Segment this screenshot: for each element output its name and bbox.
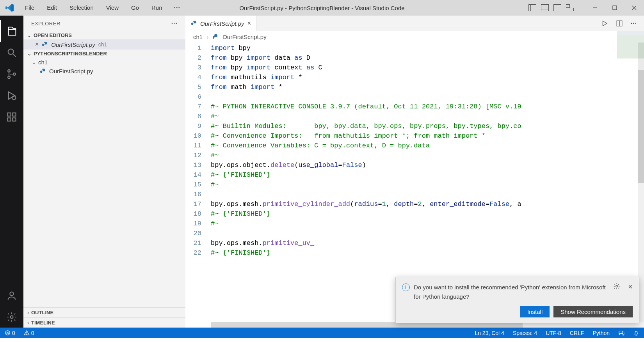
python-file-icon xyxy=(42,41,48,48)
file-name: OurFirstScript.py xyxy=(49,68,93,74)
svg-rect-14 xyxy=(12,113,16,116)
tab-close-icon[interactable]: × xyxy=(247,20,251,27)
python-file-icon xyxy=(212,34,219,40)
layout-left-icon[interactable] xyxy=(528,4,536,11)
svg-point-17 xyxy=(44,42,45,43)
warning-icon xyxy=(24,330,30,336)
outline-label: OUTLINE xyxy=(31,310,53,315)
activity-accounts[interactable] xyxy=(0,285,23,306)
menu-file[interactable]: File xyxy=(20,3,40,13)
explorer-sidebar: EXPLORER ··· ⌄ OPEN EDITORS × OurFirstSc… xyxy=(23,16,185,328)
status-eol[interactable]: CRLF xyxy=(568,330,586,336)
status-bell-icon[interactable] xyxy=(632,330,641,336)
open-editors-section[interactable]: ⌄ OPEN EDITORS xyxy=(23,31,185,39)
menu-edit[interactable]: Edit xyxy=(41,3,62,13)
status-warnings[interactable]: 0 xyxy=(22,330,36,336)
workspace-section[interactable]: ⌄ PYTHONSCRIPTINGBLENDER xyxy=(23,50,185,58)
timeline-label: TIMELINE xyxy=(31,320,55,326)
activity-bar xyxy=(0,16,23,328)
activity-extensions[interactable] xyxy=(0,106,23,128)
layout-right-icon[interactable] xyxy=(553,4,561,11)
status-spaces[interactable]: Spaces: 4 xyxy=(511,330,539,336)
menu-run[interactable]: Run xyxy=(146,3,168,13)
activity-explorer[interactable] xyxy=(0,20,23,42)
svg-rect-12 xyxy=(8,118,11,121)
breadcrumb-file[interactable]: OurFirstScript.py xyxy=(222,34,267,40)
activity-search[interactable] xyxy=(0,42,23,63)
layout-customize-icon[interactable] xyxy=(566,4,574,11)
menu-selection[interactable]: Selection xyxy=(64,3,99,13)
python-file-icon xyxy=(40,68,46,74)
svg-rect-11 xyxy=(8,113,11,116)
gear-icon[interactable] xyxy=(613,283,620,290)
svg-point-22 xyxy=(214,35,215,35)
svg-rect-13 xyxy=(12,118,16,121)
window-title: OurFirstScript.py - PythonScriptingBlend… xyxy=(239,5,404,11)
chevron-down-icon: ⌄ xyxy=(32,60,36,65)
open-editor-filename: OurFirstScript.py xyxy=(51,41,95,48)
layout-bottom-icon[interactable] xyxy=(541,4,549,11)
menu-go[interactable]: Go xyxy=(126,3,144,13)
minimap[interactable] xyxy=(617,31,644,70)
status-errors[interactable]: 0 xyxy=(3,330,17,336)
status-encoding[interactable]: UTF-8 xyxy=(544,330,563,336)
tab-filename: OurFirstScript.py xyxy=(200,20,244,27)
editor-tab[interactable]: OurFirstScript.py × xyxy=(185,16,257,31)
line-gutter: 12345678910111213141516171819202122 xyxy=(185,43,211,328)
svg-point-15 xyxy=(10,292,13,295)
info-icon: i xyxy=(402,284,410,291)
chevron-right-icon: › xyxy=(27,320,29,326)
svg-point-10 xyxy=(12,96,16,99)
folder-name: ch1 xyxy=(38,59,48,66)
close-button[interactable] xyxy=(624,0,644,16)
open-editor-item[interactable]: × OurFirstScript.py ch1 xyxy=(23,39,185,50)
run-file-icon[interactable] xyxy=(601,20,608,27)
svg-point-16 xyxy=(11,315,13,318)
status-language[interactable]: Python xyxy=(591,330,611,336)
minimize-button[interactable] xyxy=(585,0,605,16)
folder-ch1[interactable]: ⌄ ch1 xyxy=(23,58,185,67)
svg-point-8 xyxy=(8,76,10,78)
timeline-section[interactable]: › TIMELINE xyxy=(23,317,185,328)
outline-section[interactable]: › OUTLINE xyxy=(23,307,185,317)
explorer-more-icon[interactable]: ··· xyxy=(171,20,178,27)
title-controls xyxy=(528,0,644,16)
show-recommendations-button[interactable]: Show Recommendations xyxy=(553,306,633,317)
svg-point-23 xyxy=(616,285,618,287)
tabs-row: OurFirstScript.py × ··· xyxy=(185,16,644,31)
notification-toast: i Do you want to install the recommended… xyxy=(395,277,639,323)
menu-view[interactable]: View xyxy=(101,3,124,13)
maximize-button[interactable] xyxy=(605,0,624,16)
install-button[interactable]: Install xyxy=(520,306,550,317)
activity-settings[interactable] xyxy=(0,306,23,328)
svg-point-19 xyxy=(193,21,194,22)
svg-point-5 xyxy=(8,49,14,54)
editor-more-icon[interactable]: ··· xyxy=(631,20,637,27)
close-icon[interactable]: × xyxy=(628,283,633,291)
svg-point-7 xyxy=(8,69,10,72)
explorer-title: EXPLORER xyxy=(31,21,60,27)
breadcrumb-folder[interactable]: ch1 xyxy=(193,34,203,40)
svg-rect-4 xyxy=(9,29,16,35)
status-feedback-icon[interactable] xyxy=(617,330,626,336)
svg-point-9 xyxy=(13,73,16,75)
menu-overflow[interactable]: ··· xyxy=(169,3,185,13)
status-ln-col[interactable]: Ln 23, Col 4 xyxy=(473,330,506,336)
file-item[interactable]: OurFirstScript.py xyxy=(23,67,185,76)
chevron-down-icon: ⌄ xyxy=(27,33,31,38)
breadcrumb[interactable]: ch1 › OurFirstScript.py xyxy=(185,31,644,43)
open-editors-label: OPEN EDITORS xyxy=(34,32,72,38)
svg-point-28 xyxy=(27,334,27,334)
notification-text: Do you want to install the recommended '… xyxy=(414,283,609,301)
activity-run-debug[interactable] xyxy=(0,85,23,106)
chevron-right-icon: › xyxy=(206,34,208,40)
svg-line-6 xyxy=(13,54,16,57)
svg-point-18 xyxy=(42,69,43,70)
workspace-label: PYTHONSCRIPTINGBLENDER xyxy=(34,51,107,57)
svg-rect-1 xyxy=(613,6,617,10)
split-editor-icon[interactable] xyxy=(616,20,623,27)
title-bar: File Edit Selection View Go Run ··· OurF… xyxy=(0,0,644,16)
activity-source-control[interactable] xyxy=(0,63,23,85)
close-editor-icon[interactable]: × xyxy=(35,41,39,48)
chevron-down-icon: ⌄ xyxy=(27,51,31,57)
